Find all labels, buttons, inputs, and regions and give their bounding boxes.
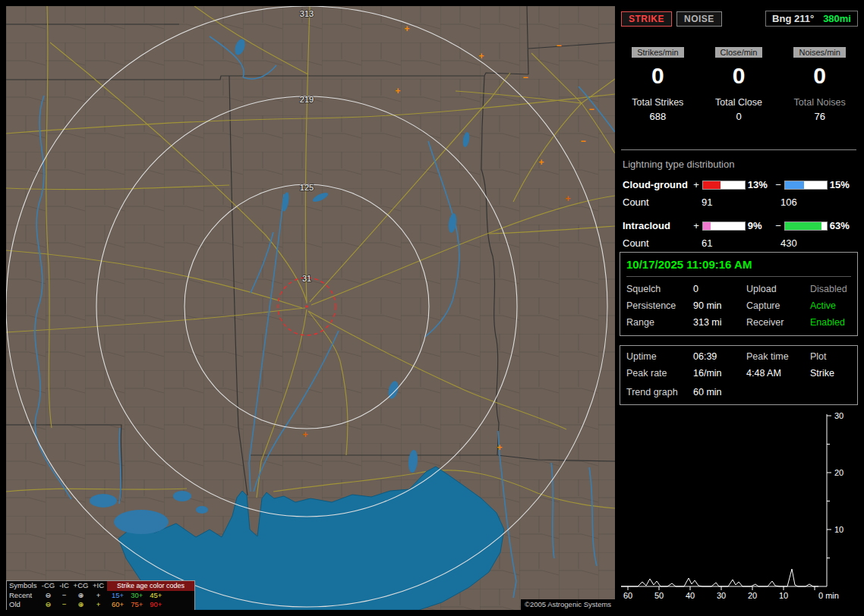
trend-line — [621, 569, 818, 586]
section-divider — [621, 149, 856, 150]
total-strikes-value: 688 — [620, 111, 696, 122]
x-origin-label: 0 min — [818, 591, 839, 600]
range-value: 313 mi — [693, 317, 746, 328]
cloud-ground-counts: Count 91 106 — [623, 196, 856, 208]
x-tick-30: 30 — [717, 591, 726, 600]
ring-label-125: 125 — [300, 183, 314, 192]
persistence-value: 90 min — [693, 300, 746, 311]
noise-mode-button[interactable]: NOISE — [676, 11, 722, 27]
minus-sign: − — [774, 220, 782, 231]
cg-negative-pct: 15% — [830, 179, 856, 190]
intracloud-counts: Count 61 430 — [623, 237, 856, 249]
range-label: Range — [626, 317, 693, 328]
legend-col-ncg: -CG — [40, 581, 56, 591]
total-close-label: Total Close — [701, 97, 777, 108]
upload-label: Upload — [746, 284, 810, 294]
noises-per-min-label: Noises/min — [793, 47, 845, 58]
map-canvas: 313 219 125 31 + + + + + + + − − − − — [6, 6, 615, 610]
cg-negative-count: 106 — [780, 196, 856, 208]
strike-marker: + — [302, 429, 307, 440]
ring-label-313: 313 — [300, 9, 314, 18]
ic-positive-bar — [702, 222, 746, 231]
upload-status: Disabled — [810, 284, 851, 294]
age-60: 60+ — [112, 600, 124, 610]
mode-toolbar: STRIKE NOISE Bng 211° 380mi — [621, 11, 858, 27]
close-per-min-value: 0 — [701, 64, 777, 88]
recent-nic-symbol: − — [56, 591, 72, 601]
cg-positive-bar — [702, 181, 746, 190]
strike-marker: + — [395, 86, 400, 96]
noises-per-min-value: 0 — [781, 64, 858, 88]
lightning-map[interactable]: 313 219 125 31 + + + + + + + − − − − — [6, 6, 615, 610]
intracloud-row: Intracloud + 9% − 63% — [623, 220, 856, 231]
recent-pic-symbol: + — [90, 591, 107, 601]
total-close-value: 0 — [701, 111, 777, 122]
noises-per-min-column: Noises/min 0 Total Noises 76 — [781, 47, 858, 122]
ic-positive-pct: 9% — [748, 220, 774, 231]
trend-axes — [621, 414, 831, 590]
ic-negative-count: 430 — [780, 237, 856, 249]
old-ncg-symbol: ⊖ — [40, 600, 56, 610]
squelch-label: Squelch — [626, 284, 693, 294]
bearing-value: Bng 211° — [772, 13, 814, 24]
ring-label-31: 31 — [302, 274, 311, 283]
distribution-title: Lightning type distribution — [623, 159, 856, 170]
info-grid: Uptime 06:39 Peak time Plot Peak rate 16… — [626, 351, 851, 379]
rate-counters: Strikes/min 0 Total Strikes 688 Close/mi… — [620, 47, 858, 122]
plus-sign: + — [692, 179, 700, 190]
strike-mode-button[interactable]: STRIKE — [621, 11, 672, 27]
cloud-ground-row: Cloud-ground + 13% − 15% — [623, 179, 856, 190]
trend-axis-labels: 30 20 10 60 50 40 30 20 10 0 min — [623, 411, 844, 600]
strikes-per-min-value: 0 — [620, 64, 696, 88]
plot-mode-value: Strike — [810, 368, 851, 379]
x-tick-40: 40 — [686, 591, 695, 600]
ring-label-219: 219 — [300, 95, 314, 104]
count-label: Count — [623, 237, 702, 249]
intracloud-label: Intracloud — [623, 220, 692, 231]
ic-negative-pct: 63% — [830, 220, 856, 231]
ic-positive-fill — [703, 222, 711, 230]
trend-graph-row: Trend graph 60 min — [626, 387, 851, 398]
strikes-per-min-column: Strikes/min 0 Total Strikes 688 — [620, 47, 696, 122]
x-tick-50: 50 — [654, 591, 664, 600]
status-box: 10/17/2025 11:09:16 AM Squelch 0 Upload … — [620, 252, 858, 336]
peak-rate-value: 16/min — [693, 368, 746, 379]
info-box: Uptime 06:39 Peak time Plot Peak rate 16… — [620, 345, 858, 405]
strikes-per-min-label: Strikes/min — [632, 47, 683, 58]
legend-old-row: Old ⊖ − ⊕ + 60+ 75+ 90+ — [7, 600, 194, 610]
status-grid: Squelch 0 Upload Disabled Persistence 90… — [626, 284, 851, 328]
legend-recent-row: Recent ⊖ − ⊕ + 15+ 30+ 45+ — [7, 591, 194, 601]
uptime-value: 06:39 — [693, 351, 746, 362]
legend-col-nic: -IC — [56, 581, 72, 591]
recent-ncg-symbol: ⊖ — [40, 591, 56, 601]
total-strikes-label: Total Strikes — [620, 97, 696, 108]
legend-header-row: Symbols -CG -IC +CG +IC Strike age color… — [7, 581, 194, 591]
strike-marker: + — [538, 157, 544, 168]
side-panel: STRIKE NOISE Bng 211° 380mi Strikes/min … — [620, 6, 858, 610]
close-per-min-column: Close/min 0 Total Close 0 — [701, 47, 777, 122]
receiver-label: Receiver — [746, 317, 810, 328]
cg-positive-pct: 13% — [748, 179, 774, 190]
capture-label: Capture — [746, 300, 810, 311]
recent-pcg-symbol: ⊕ — [72, 591, 90, 601]
map-legend: Symbols -CG -IC +CG +IC Strike age color… — [6, 580, 195, 610]
status-divider — [626, 276, 851, 277]
receiver-status: Enabled — [810, 317, 851, 328]
distribution-section: Lightning type distribution Cloud-ground… — [621, 154, 856, 261]
cg-positive-count: 91 — [702, 196, 780, 208]
cg-negative-fill — [785, 181, 804, 189]
trend-graph-label: Trend graph — [626, 387, 693, 398]
legend-age-header: Strike age color codes — [107, 581, 194, 591]
age-15: 15+ — [112, 591, 124, 601]
cg-negative-bar — [784, 181, 828, 190]
old-nic-symbol: − — [56, 600, 72, 610]
copyright-notice: ©2005 Astrogenic Systems — [521, 599, 615, 610]
age-30: 30+ — [131, 591, 143, 601]
plot-label: Plot — [810, 351, 851, 362]
squelch-value: 0 — [693, 284, 746, 294]
persistence-label: Persistence — [626, 300, 693, 311]
count-label: Count — [623, 196, 702, 208]
app-window: 313 219 125 31 + + + + + + + − − − − — [0, 0, 864, 616]
trend-graph: 30 20 10 60 50 40 30 20 10 0 min — [620, 410, 858, 601]
capture-status: Active — [810, 300, 851, 311]
